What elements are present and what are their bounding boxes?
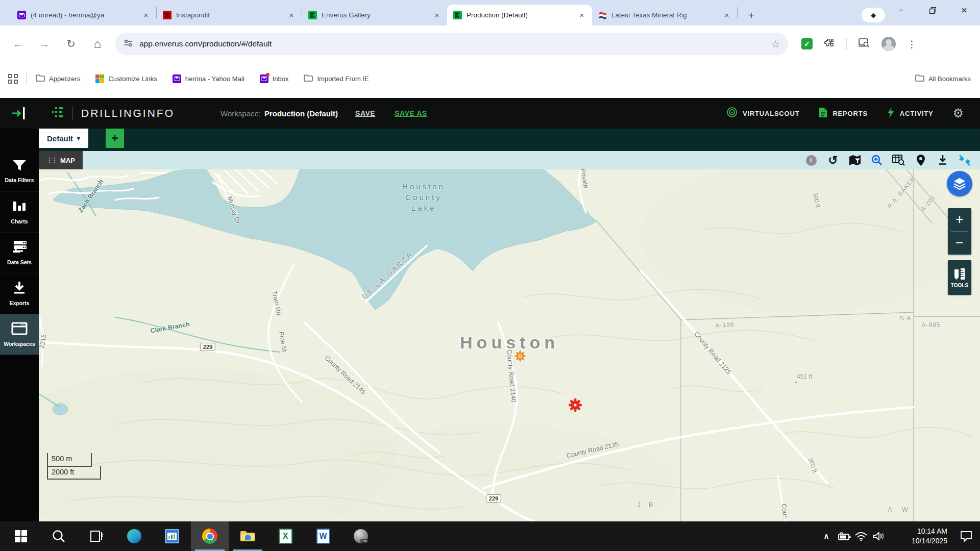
tab-texas-mineral[interactable]: Latest Texas Mineral Rig × (592, 5, 737, 26)
tab-close-icon[interactable]: × (577, 10, 587, 20)
sidebar-item-data-sets[interactable]: Data Sets (0, 233, 39, 273)
map-panel-tab[interactable]: ⋮⋮ MAP (39, 151, 83, 169)
tab-close-icon[interactable]: × (432, 10, 442, 20)
clock-date: 10/14/2025 (890, 536, 947, 546)
bookmark-appetizers[interactable]: Appetizers (36, 74, 80, 83)
tab-enverus-gallery[interactable]: Enverus Gallery × (302, 5, 447, 26)
tab-title: Instapundit (176, 11, 282, 19)
yahoo-mail-icon (173, 74, 181, 83)
nav-virtualscout[interactable]: VIRTUALSCOUT (726, 107, 799, 120)
checker-extension-icon[interactable]: ✓ (801, 38, 813, 49)
action-center-icon[interactable] (952, 521, 980, 551)
tools-icon (953, 267, 966, 281)
back-icon[interactable]: ← (9, 35, 27, 53)
forward-icon[interactable]: → (36, 35, 53, 53)
tab-title: Enverus Gallery (322, 11, 427, 19)
tab-search-icon[interactable]: ◆ (862, 8, 885, 22)
task-view-button[interactable] (78, 521, 115, 551)
workspace-value: Production (Default) (264, 109, 338, 118)
extensions-puzzle-icon[interactable] (824, 37, 835, 51)
wifi-icon[interactable] (852, 521, 870, 551)
yahoo-inbox-icon (260, 74, 268, 83)
zoom-in-button[interactable]: + (948, 208, 971, 231)
search-button[interactable] (40, 521, 78, 551)
profile-avatar[interactable] (881, 37, 896, 51)
chrome-taskbar-icon[interactable] (191, 521, 229, 551)
apps-grid-icon[interactable] (8, 74, 18, 84)
sidebar-collapse-icon[interactable] (0, 106, 39, 120)
sidebar-item-exports[interactable]: Exports (0, 273, 39, 314)
clock-time: 10:14 AM (890, 527, 947, 536)
home-icon[interactable]: ⌂ (89, 35, 106, 53)
enverus-favicon (308, 11, 317, 19)
collapse-panel-icon[interactable] (955, 153, 974, 168)
virtualscout-icon (726, 107, 738, 120)
tab-close-icon[interactable]: × (286, 10, 297, 20)
reload-icon[interactable]: ↻ (62, 35, 80, 53)
grid-search-icon[interactable] (890, 153, 908, 168)
start-button[interactable] (2, 521, 40, 551)
settings-gear-icon[interactable]: ⚙ (952, 106, 964, 120)
zoom-search-icon[interactable] (868, 153, 886, 168)
chrome-menu-icon[interactable]: ⋮ (907, 38, 917, 50)
edge-icon[interactable] (115, 521, 153, 551)
survey-label: J B (638, 500, 656, 508)
nav-reports[interactable]: REPORTS (819, 107, 867, 120)
reset-view-icon[interactable]: ↺ (824, 153, 842, 168)
tools-button[interactable]: TOOLS (948, 260, 971, 295)
info-icon[interactable]: i (802, 153, 820, 168)
download-icon[interactable] (934, 153, 952, 168)
tab-separator (737, 7, 738, 18)
taskbar-clock[interactable]: 10:14 AM 10/14/2025 (890, 527, 947, 546)
location-pin-icon[interactable] (912, 153, 930, 168)
save-button[interactable]: SAVE (355, 109, 375, 117)
tab-close-icon[interactable]: × (141, 10, 151, 20)
bookmark-star-icon[interactable]: ☆ (771, 38, 780, 50)
sidebar-item-workspaces[interactable]: Workspaces (0, 314, 39, 355)
workspace-tab-default[interactable]: Default ▾ (39, 129, 88, 148)
url-text[interactable]: app.enverus.com/production/#/default (139, 39, 765, 48)
tab-title: Production (Default) (467, 11, 572, 19)
map-canvas[interactable]: Houston County Lake Houston Zach Branch … (39, 169, 980, 521)
site-settings-icon[interactable] (124, 38, 133, 50)
bar-chart-icon (12, 199, 27, 215)
zoom-out-button[interactable]: − (948, 232, 971, 255)
windows-taskbar: X W Pro ∧ 10:14 AM 10/14/2025 (0, 521, 980, 551)
address-bar[interactable]: app.enverus.com/production/#/default ☆ (115, 33, 788, 55)
bookmark-imported-from-ie[interactable]: Imported From IE (304, 74, 369, 83)
battery-icon[interactable] (835, 521, 852, 551)
close-button[interactable]: × (948, 0, 980, 20)
elevation-dot (795, 382, 797, 383)
word-icon[interactable]: W (304, 521, 342, 551)
tray-expand-icon[interactable]: ∧ (818, 521, 835, 551)
scale-metric: 500 m (47, 453, 92, 467)
tab-close-icon[interactable]: × (722, 10, 732, 20)
new-tab-button[interactable]: + (744, 8, 759, 23)
map-filter-icon[interactable] (846, 153, 864, 168)
tab-yahoo-mail[interactable]: (4 unread) - herrina@ya × (11, 5, 156, 26)
tab-production-active[interactable]: Production (Default) × (447, 5, 592, 26)
tab-instapundit[interactable]: Instapundit × (157, 5, 302, 26)
sidebar-item-charts[interactable]: Charts (0, 192, 39, 233)
volume-icon[interactable] (870, 521, 887, 551)
tab-title: Latest Texas Mineral Rig (611, 11, 717, 19)
office-app-icon[interactable] (153, 521, 191, 551)
add-workspace-button[interactable]: + (106, 129, 124, 148)
bookmark-inbox[interactable]: Inbox (260, 74, 289, 83)
restore-button[interactable] (917, 0, 948, 20)
survey-label: S.A (900, 315, 911, 322)
bookmark-customize-links[interactable]: Customize Links (95, 74, 157, 83)
layers-button[interactable] (947, 171, 972, 196)
minimize-button[interactable]: − (885, 0, 917, 20)
sidebar-item-data-filters[interactable]: Data Filters (0, 151, 39, 192)
browser-toolbar: ← → ↻ ⌂ app.enverus.com/production/#/def… (0, 26, 980, 62)
google-earth-pro-icon[interactable]: Pro (342, 521, 380, 551)
side-search-icon[interactable] (858, 37, 870, 51)
save-as-button[interactable]: SAVE AS (395, 109, 427, 117)
route-shield-229: 229 (200, 343, 215, 351)
bookmark-yahoo-mail[interactable]: herrina - Yahoo Mail (173, 74, 244, 83)
file-explorer-icon[interactable] (229, 521, 266, 551)
excel-icon[interactable]: X (266, 521, 304, 551)
all-bookmarks[interactable]: All Bookmarks (915, 74, 971, 83)
nav-activity[interactable]: ACTIVITY (887, 107, 934, 120)
